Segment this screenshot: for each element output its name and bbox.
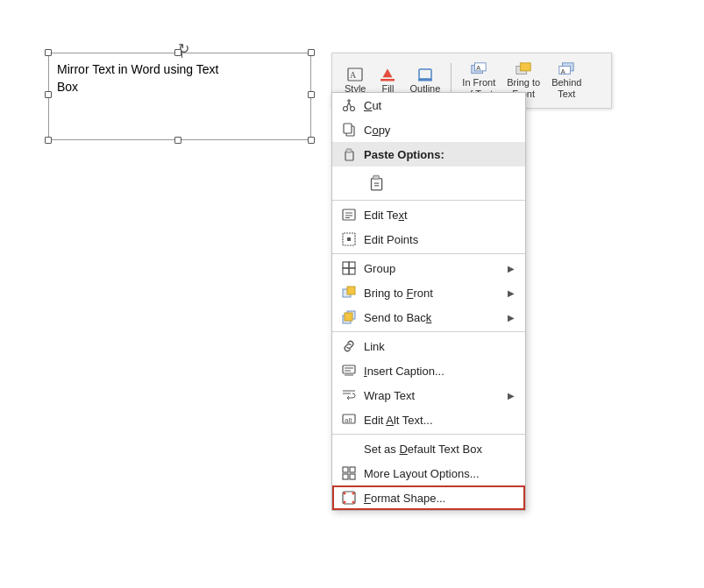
menu-edit-alt-text[interactable]: alt Edit Alt Text...: [332, 407, 525, 432]
edit-alt-text-icon: alt: [339, 412, 359, 428]
edit-text-icon: [339, 207, 359, 223]
send-to-back-arrow: ▶: [508, 313, 515, 322]
link-icon: [339, 338, 359, 354]
divider-3: [332, 331, 525, 332]
svg-rect-50: [343, 467, 348, 472]
set-default-label: Set as Default Text Box: [364, 443, 482, 456]
paste-sub-area: [332, 166, 525, 198]
paste-options-label: Paste Options:: [364, 148, 444, 161]
bring-to-front-icon: [515, 61, 532, 75]
textbox-container: ↻ Mirror Text in Word using Text Box: [48, 35, 320, 158]
svg-point-56: [352, 492, 355, 495]
svg-point-57: [344, 501, 346, 504]
svg-text:alt: alt: [345, 416, 352, 424]
wrap-text-arrow: ▶: [508, 391, 515, 400]
svg-text:A: A: [350, 70, 357, 80]
svg-rect-52: [343, 474, 348, 479]
insert-caption-label: Insert Caption...: [364, 365, 444, 378]
svg-rect-42: [343, 365, 355, 373]
menu-link[interactable]: Link: [332, 334, 525, 358]
menu-insert-caption[interactable]: Insert Caption...: [332, 358, 525, 383]
svg-point-58: [352, 501, 355, 504]
edit-alt-text-label: Edit Alt Text...: [364, 414, 433, 427]
behind-text-icon: A: [558, 61, 575, 75]
svg-point-55: [344, 492, 346, 495]
handle-br[interactable]: [308, 137, 315, 144]
style-icon: A: [346, 67, 364, 81]
svg-text:A: A: [561, 67, 565, 74]
svg-rect-2: [380, 79, 395, 81]
group-arrow: ▶: [508, 264, 515, 273]
menu-send-to-back[interactable]: Send to Back ▶: [332, 305, 525, 329]
divider-2: [332, 253, 525, 254]
group-label: Group: [364, 262, 395, 275]
menu-edit-text[interactable]: Edit Text: [332, 202, 525, 227]
svg-rect-38: [347, 287, 355, 294]
copy-icon: [339, 122, 359, 138]
wrap-text-label: Wrap Text: [364, 389, 415, 402]
svg-rect-36: [349, 262, 355, 268]
outline-icon: [416, 67, 434, 81]
handle-tm[interactable]: [174, 49, 181, 56]
handle-bl[interactable]: [45, 137, 52, 144]
menu-more-layout[interactable]: More Layout Options...: [332, 461, 525, 485]
handle-tl[interactable]: [45, 49, 52, 56]
edit-text-label: Edit Text: [364, 209, 408, 222]
menu-paste-options[interactable]: Paste Options:: [332, 142, 525, 166]
paste-icon-button[interactable]: [364, 170, 388, 195]
behind-text-label: BehindText: [551, 77, 581, 100]
fill-icon: [379, 67, 396, 81]
set-default-icon: [339, 441, 359, 457]
svg-rect-32: [347, 237, 351, 241]
svg-rect-3: [419, 69, 431, 79]
svg-text:A: A: [477, 64, 481, 72]
more-layout-label: More Layout Options...: [364, 467, 480, 480]
bring-to-front-menu-icon: [339, 285, 359, 301]
format-shape-label: Format Shape...: [364, 492, 445, 505]
svg-rect-20: [344, 124, 352, 133]
svg-rect-34: [349, 268, 355, 274]
svg-rect-35: [343, 268, 349, 274]
svg-rect-27: [343, 209, 355, 220]
in-front-of-text-icon: A: [470, 61, 487, 75]
handle-bm[interactable]: [174, 137, 181, 144]
cut-icon: [339, 97, 359, 113]
send-to-back-icon: [339, 309, 359, 325]
more-layout-icon: [339, 465, 359, 481]
group-icon: [339, 260, 359, 276]
handle-mr[interactable]: [308, 91, 315, 98]
link-label: Link: [364, 340, 385, 353]
svg-rect-4: [418, 79, 432, 81]
wrap-text-icon: [339, 387, 359, 403]
cut-label: Cut: [364, 99, 381, 112]
menu-wrap-text[interactable]: Wrap Text ▶: [332, 383, 525, 407]
menu-copy[interactable]: Copy: [332, 117, 525, 142]
menu-format-shape[interactable]: Format Shape...: [332, 485, 525, 510]
menu-cut[interactable]: Cut: [332, 93, 525, 117]
svg-line-16: [349, 103, 352, 108]
paste-options-icon: [339, 146, 359, 162]
context-menu: Cut Copy Paste Options:: [331, 92, 526, 511]
send-to-back-menu-label: Send to Back: [364, 311, 431, 324]
svg-rect-33: [343, 262, 349, 268]
menu-edit-points[interactable]: Edit Points: [332, 227, 525, 251]
handle-ml[interactable]: [45, 91, 52, 98]
behind-text-button[interactable]: A BehindText: [546, 59, 587, 103]
format-shape-icon: [339, 490, 359, 506]
edit-points-label: Edit Points: [364, 233, 418, 246]
copy-label: Copy: [364, 124, 390, 137]
menu-group[interactable]: Group ▶: [332, 256, 525, 280]
divider-1: [332, 200, 525, 201]
handle-tr[interactable]: [308, 49, 315, 56]
svg-rect-41: [345, 313, 352, 321]
svg-rect-24: [373, 175, 380, 179]
svg-rect-22: [346, 149, 352, 152]
insert-caption-icon: [339, 363, 359, 379]
menu-bring-to-front[interactable]: Bring to Front ▶: [332, 280, 525, 305]
bring-to-front-menu-label: Bring to Front: [364, 287, 433, 300]
svg-rect-53: [350, 474, 355, 479]
svg-rect-9: [521, 63, 531, 71]
menu-set-default[interactable]: Set as Default Text Box: [332, 436, 525, 461]
svg-rect-51: [350, 467, 355, 472]
divider-4: [332, 434, 525, 435]
